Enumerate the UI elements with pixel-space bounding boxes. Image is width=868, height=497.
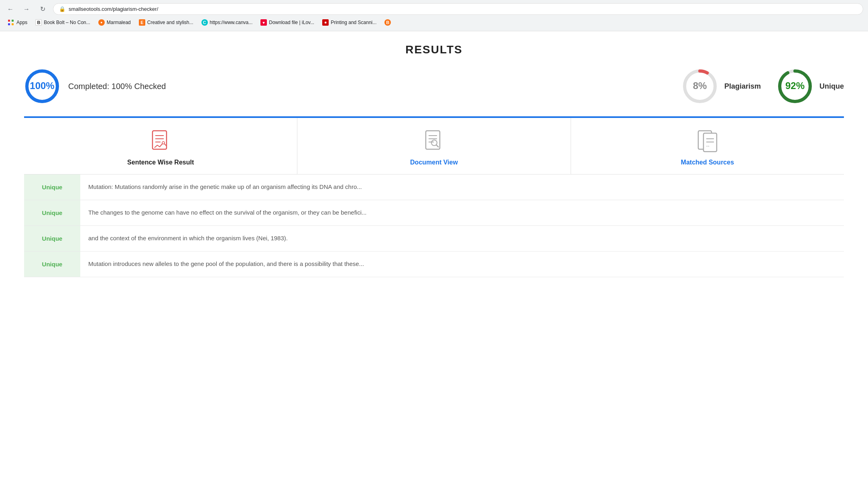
back-button[interactable]: ← <box>5 4 16 15</box>
bookmark-creative-label: Creative and stylish... <box>147 20 193 25</box>
unique-badge: Unique <box>24 200 80 225</box>
bookbolt-icon: B <box>35 19 42 26</box>
tab-matched[interactable]: ↔ Matched Sources <box>571 118 844 174</box>
document-search-icon <box>424 130 444 154</box>
refresh-button[interactable]: ↻ <box>37 4 48 15</box>
bookmark-b2[interactable]: B <box>381 18 394 27</box>
canva-icon: C <box>201 19 208 26</box>
browser-chrome: ← → ↻ 🔒 smallseotools.com/plagiarism-che… <box>0 0 868 31</box>
bookmarks-bar: Apps B Book Bolt – No Con... ● Marmalead… <box>5 17 863 28</box>
main-content: RESULTS 100% Completed: 100% Checked 8% <box>0 31 868 289</box>
bookmark-marmalead-label: Marmalead <box>107 20 131 25</box>
bookmark-ilov-label: Download file | iLov... <box>269 20 314 25</box>
marmalead-icon: ● <box>98 19 105 26</box>
tab-document-label: Document View <box>410 159 458 166</box>
svg-point-16 <box>431 140 437 146</box>
unique-circle: 92% <box>777 68 813 104</box>
svg-line-17 <box>436 145 439 147</box>
b2-icon: B <box>384 19 391 26</box>
document-lines-icon <box>150 130 171 154</box>
stats-right: 8% Plagiarism 92% Unique <box>682 68 844 104</box>
results-title: RESULTS <box>24 43 844 56</box>
stats-row: 100% Completed: 100% Checked 8% Plagiari… <box>24 68 844 104</box>
document-compare-icon: ↔ <box>697 130 718 154</box>
unique-percent-text: 92% <box>785 80 805 91</box>
url-text: smallseotools.com/plagiarism-checker/ <box>69 6 158 12</box>
bookmark-apps-label: Apps <box>16 20 27 25</box>
bookmark-ilov[interactable]: ♥ Download file | iLov... <box>257 18 317 27</box>
table-row: Unique Mutation: Mutations randomly aris… <box>24 174 844 200</box>
completed-circle: 100% <box>24 68 60 104</box>
creative-icon: E <box>139 19 145 26</box>
svg-line-11 <box>165 144 167 146</box>
bookmark-creative[interactable]: E Creative and stylish... <box>136 18 197 27</box>
unique-badge: Unique <box>24 252 80 277</box>
plagiarism-label: Plagiarism <box>724 82 761 91</box>
ilov-icon: ♥ <box>260 19 267 26</box>
unique-badge: Unique <box>24 174 80 200</box>
results-table: Unique Mutation: Mutations randomly aris… <box>24 174 844 277</box>
table-row: Unique and the context of the environmen… <box>24 226 844 252</box>
bookmark-canva-label: https://www.canva... <box>210 20 253 25</box>
plagiarism-percent-text: 8% <box>693 80 707 91</box>
result-text: Mutation: Mutations randomly arise in th… <box>80 174 844 200</box>
bookmark-printing[interactable]: ■ Printing and Scanni... <box>319 18 380 27</box>
printing-icon: ■ <box>322 19 329 26</box>
bookmark-canva[interactable]: C https://www.canva... <box>198 18 256 27</box>
unique-label: Unique <box>819 82 844 91</box>
result-text: and the context of the environment in wh… <box>80 226 844 251</box>
tab-document[interactable]: Document View <box>297 118 571 174</box>
plagiarism-stat: 8% Plagiarism <box>682 68 761 104</box>
plagiarism-circle: 8% <box>682 68 718 104</box>
unique-badge: Unique <box>24 226 80 251</box>
bookmark-bookbolt[interactable]: B Book Bolt – No Con... <box>32 18 93 27</box>
unique-stat: 92% Unique <box>777 68 844 104</box>
apps-grid-icon <box>8 19 14 26</box>
browser-nav: ← → ↻ 🔒 smallseotools.com/plagiarism-che… <box>5 3 863 15</box>
completed-label: Completed: 100% Checked <box>68 82 166 91</box>
tab-sentence[interactable]: Sentence Wise Result <box>24 118 297 174</box>
tab-sentence-label: Sentence Wise Result <box>127 159 194 166</box>
svg-text:↔: ↔ <box>705 143 710 149</box>
svg-point-10 <box>162 142 165 144</box>
bookmark-bookbolt-label: Book Bolt – No Con... <box>44 20 90 25</box>
address-bar[interactable]: 🔒 smallseotools.com/plagiarism-checker/ <box>53 3 863 15</box>
result-text: The changes to the genome can have no ef… <box>80 200 844 225</box>
table-row: Unique Mutation introduces new alleles t… <box>24 252 844 277</box>
bookmark-apps[interactable]: Apps <box>5 18 30 27</box>
tabs-section: Sentence Wise Result Document View ↔ <box>24 118 844 174</box>
table-row: Unique The changes to the genome can hav… <box>24 200 844 226</box>
lock-icon: 🔒 <box>59 6 65 12</box>
completed-percent-text: 100% <box>30 80 54 91</box>
bookmark-printing-label: Printing and Scanni... <box>331 20 376 25</box>
bookmark-marmalead[interactable]: ● Marmalead <box>95 18 134 27</box>
forward-button[interactable]: → <box>21 4 32 15</box>
result-text: Mutation introduces new alleles to the g… <box>80 252 844 277</box>
tab-matched-label: Matched Sources <box>681 159 734 166</box>
completed-wrap: 100% Completed: 100% Checked <box>24 68 166 104</box>
